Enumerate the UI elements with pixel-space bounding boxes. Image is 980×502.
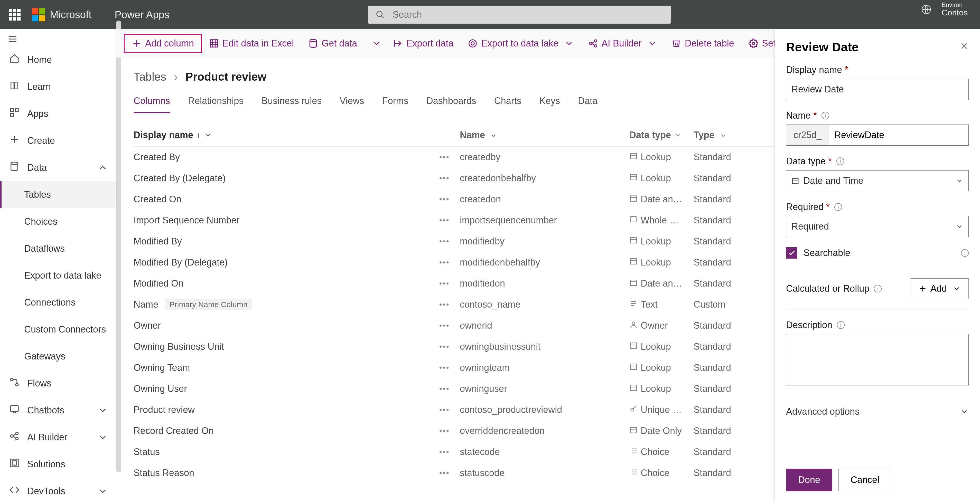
nav-toggle-button[interactable] <box>0 32 25 46</box>
nav-label: Custom Connectors <box>24 324 106 335</box>
row-menu-button[interactable]: ••• <box>439 195 460 203</box>
nav-item-learn[interactable]: Learn <box>0 73 116 100</box>
get-data-dropdown[interactable] <box>368 34 386 53</box>
chevron-down-icon <box>674 132 681 139</box>
col-head-type[interactable]: Type <box>694 130 771 140</box>
datatype-icon <box>629 468 638 478</box>
get-data-button[interactable]: Get data <box>301 34 364 53</box>
col-head-display[interactable]: Display name ↑ <box>134 130 439 140</box>
datatype-icon <box>629 257 638 268</box>
properties-panel: Review Date Display name* Name*i cr25d_ … <box>775 29 980 502</box>
env-value: Contos <box>942 8 968 17</box>
tab-business-rules[interactable]: Business rules <box>261 95 321 113</box>
close-button[interactable] <box>960 41 969 52</box>
tab-keys[interactable]: Keys <box>539 95 560 113</box>
environment-picker[interactable]: Environ Contos <box>921 2 968 17</box>
chevron-down-icon <box>98 432 108 442</box>
row-menu-button[interactable]: ••• <box>439 405 460 414</box>
nav-item-dataflows[interactable]: Dataflows <box>0 235 116 262</box>
info-icon[interactable]: i <box>961 249 969 257</box>
svg-point-36 <box>594 44 597 47</box>
edit-excel-button[interactable]: Edit data in Excel <box>202 34 301 53</box>
name-input[interactable] <box>829 124 969 146</box>
tab-views[interactable]: Views <box>340 95 364 113</box>
row-menu-button[interactable]: ••• <box>439 469 460 477</box>
add-column-button[interactable]: Add column <box>124 34 202 53</box>
row-menu-button[interactable]: ••• <box>439 448 460 456</box>
nav-label: Home <box>27 54 52 65</box>
nav-item-flows[interactable]: Flows <box>0 370 116 397</box>
svg-point-63 <box>631 408 633 411</box>
waffle-icon[interactable] <box>9 9 21 21</box>
done-button[interactable]: Done <box>786 469 832 491</box>
nav-label: Connections <box>24 297 76 308</box>
row-menu-button[interactable]: ••• <box>439 174 460 183</box>
nav-item-gateways[interactable]: Gateways <box>0 343 116 370</box>
calc-label: Calculated or Rollup <box>786 283 869 294</box>
info-icon[interactable]: i <box>837 157 844 165</box>
row-menu-button[interactable]: ••• <box>439 153 460 162</box>
apps-icon <box>9 107 19 120</box>
row-menu-button[interactable]: ••• <box>439 342 460 351</box>
nav-item-data[interactable]: Data <box>0 154 116 181</box>
datatype-icon <box>629 236 638 247</box>
row-menu-button[interactable]: ••• <box>439 384 460 393</box>
create-icon <box>9 134 19 147</box>
info-icon[interactable]: i <box>821 112 829 119</box>
tab-columns[interactable]: Columns <box>134 95 170 113</box>
col-head-name[interactable]: Name <box>460 130 629 140</box>
tab-relationships[interactable]: Relationships <box>188 95 243 113</box>
export-icon <box>393 38 402 48</box>
datatype-label: Data type <box>786 156 826 167</box>
row-menu-button[interactable]: ••• <box>439 426 460 435</box>
searchable-checkbox[interactable] <box>786 247 797 259</box>
datatype-icon <box>629 299 638 310</box>
nav-item-export-to-data-lake[interactable]: Export to data lake <box>0 262 116 289</box>
ai-icon <box>588 38 598 48</box>
close-icon <box>960 41 969 50</box>
add-button[interactable]: Add <box>911 278 969 299</box>
info-icon[interactable]: i <box>834 203 842 211</box>
tab-forms[interactable]: Forms <box>382 95 409 113</box>
nav-item-apps[interactable]: Apps <box>0 100 116 127</box>
tab-data[interactable]: Data <box>578 95 598 113</box>
nav-item-custom-connectors[interactable]: Custom Connectors <box>0 316 116 343</box>
row-menu-button[interactable]: ••• <box>439 237 460 246</box>
nav-item-devtools[interactable]: DevTools <box>0 478 116 502</box>
export-data-button[interactable]: Export data <box>386 34 461 53</box>
tab-dashboards[interactable]: Dashboards <box>426 95 476 113</box>
row-menu-button[interactable]: ••• <box>439 216 460 225</box>
required-select[interactable]: Required <box>786 216 969 237</box>
get-data-label: Get data <box>321 38 357 49</box>
row-menu-button[interactable]: ••• <box>439 279 460 288</box>
ai-builder-button[interactable]: AI Builder <box>581 34 664 53</box>
info-icon[interactable]: i <box>837 321 845 329</box>
row-menu-button[interactable]: ••• <box>439 321 460 330</box>
cancel-button[interactable]: Cancel <box>838 469 891 491</box>
export-lake-button[interactable]: Export to data lake <box>461 34 581 53</box>
nav-item-ai-builder[interactable]: AI Builder <box>0 424 116 451</box>
info-icon[interactable]: i <box>874 285 881 292</box>
datatype-select[interactable]: Date and Time <box>786 170 969 191</box>
nav-item-chatbots[interactable]: Chatbots <box>0 397 116 424</box>
delete-table-button[interactable]: Delete table <box>664 34 741 53</box>
nav-item-solutions[interactable]: Solutions <box>0 451 116 478</box>
row-menu-button[interactable]: ••• <box>439 363 460 372</box>
nav-item-create[interactable]: Create <box>0 127 116 154</box>
col-head-datatype[interactable]: Data type <box>629 130 694 140</box>
nav-item-choices[interactable]: Choices <box>0 208 116 235</box>
search-input[interactable]: Search <box>368 6 671 24</box>
datatype-icon <box>629 173 638 184</box>
row-menu-button[interactable]: ••• <box>439 258 460 267</box>
nav-item-home[interactable]: Home <box>0 46 116 73</box>
tab-charts[interactable]: Charts <box>494 95 522 113</box>
nav-item-connections[interactable]: Connections <box>0 289 116 316</box>
nav-item-tables[interactable]: Tables <box>0 181 116 208</box>
breadcrumb-root[interactable]: Tables <box>134 70 166 83</box>
chevron-right-icon: › <box>174 70 178 83</box>
datatype-icon <box>629 362 638 373</box>
description-textarea[interactable] <box>786 334 969 385</box>
display-name-input[interactable] <box>786 79 969 100</box>
advanced-options-toggle[interactable]: Advanced options <box>786 406 969 417</box>
row-menu-button[interactable]: ••• <box>439 300 460 309</box>
